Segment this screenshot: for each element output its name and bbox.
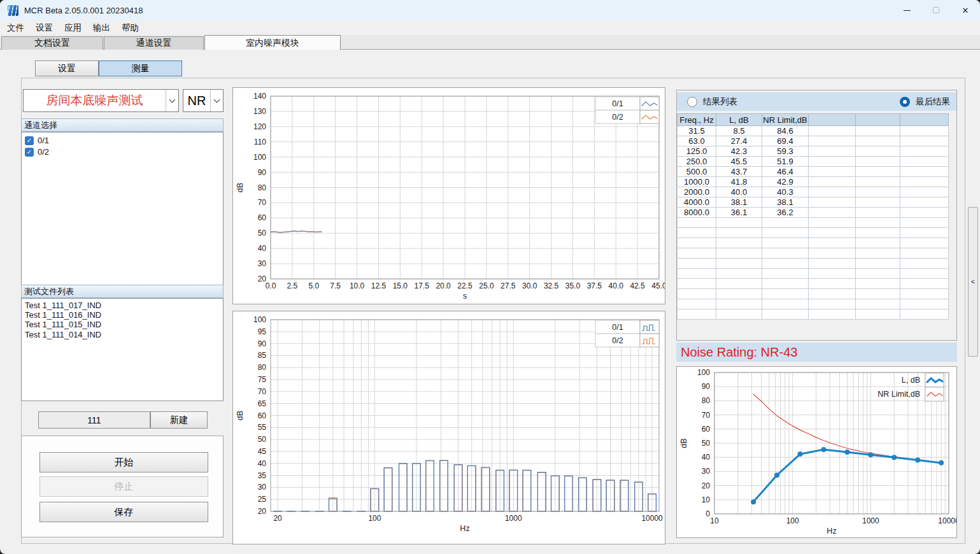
menu-item-3[interactable]: 输出 [87,21,116,35]
table-cell [900,157,949,167]
tab-settings[interactable]: 设置 [35,60,99,76]
table-cell [900,299,949,309]
save-button[interactable]: 保存 [39,502,208,522]
test-type-select[interactable]: 房间本底噪声测试 [23,89,179,112]
table-row [678,238,949,248]
main-tab-1[interactable]: 通道设置 [104,36,204,50]
svg-text:0/1: 0/1 [612,99,623,108]
svg-text:32.5: 32.5 [544,281,559,290]
menu-item-4[interactable]: 帮助 [116,21,145,35]
main-tab-0[interactable]: 文档设置 [1,36,103,50]
results-panel: 结果列表 最后结果 Freq., HzL, dBNR Limit,dB 31.5… [676,90,957,341]
file-list-item[interactable]: Test 1_111_014_IND [25,330,223,339]
result-list-radio[interactable]: 结果列表 [687,96,737,108]
svg-text:120: 120 [253,122,266,131]
svg-text:27.5: 27.5 [501,281,516,290]
menu-item-1[interactable]: 设置 [30,21,59,35]
svg-text:85: 85 [258,351,267,360]
minimize-button[interactable] [892,0,921,20]
table-row [678,259,949,269]
svg-text:45: 45 [258,447,267,456]
svg-text:55: 55 [258,423,267,432]
svg-text:NR Limit,dB: NR Limit,dB [877,390,920,399]
time-history-chart-panel: 20304050607080901001101201301400.02.55.0… [232,87,665,304]
table-row [678,279,949,289]
channel-row-0[interactable]: ✓0/1 [25,135,223,146]
table-cell [809,279,856,289]
maximize-button[interactable] [921,0,951,20]
menu-item-2[interactable]: 应用 [59,21,87,35]
stop-button[interactable]: 停止 [39,476,208,497]
table-cell [856,299,900,309]
svg-text:22.5: 22.5 [457,281,472,290]
table-row: 8000.036.136.2 [678,208,949,218]
table-cell [809,157,856,167]
file-list-item[interactable]: Test 1_111_015_IND [25,320,223,329]
table-cell [716,289,762,299]
file-list-item[interactable]: Test 1_111_017_IND [25,301,223,310]
rating-dropdown-button[interactable] [210,90,223,111]
results-col-header [856,114,900,126]
svg-text:20: 20 [258,507,267,516]
table-cell: 40.0 [716,187,762,197]
svg-text:70: 70 [258,198,267,207]
svg-text:35.0: 35.0 [565,281,581,290]
menu-item-0[interactable]: 文件 [1,21,30,35]
close-button[interactable]: ✕ [951,0,980,20]
channel-label: 0/1 [38,136,49,145]
table-cell [856,228,900,238]
table-cell [762,289,809,299]
rating-select[interactable]: NR [183,89,224,112]
channel-checkbox[interactable]: ✓ [25,136,34,145]
table-cell [809,197,856,208]
svg-text:30: 30 [702,467,711,476]
last-result-radio[interactable]: 最后结果 [900,96,950,108]
table-cell [900,218,949,228]
table-cell [856,126,900,136]
tab-measurement[interactable]: 测量 [99,60,182,76]
start-button[interactable]: 开始 [39,452,208,472]
test-type-dropdown-button[interactable] [166,90,178,111]
table-cell [809,136,856,146]
svg-text:80: 80 [702,396,711,405]
svg-text:100: 100 [697,368,710,377]
new-file-button[interactable]: 新建 [150,411,208,429]
spectrum-svg: 2025303540455055606570758085909510020100… [233,311,665,544]
table-cell [809,299,856,309]
channel-row-1[interactable]: ✓0/2 [25,146,223,157]
nr-curve-chart-panel: 010203040506070809010010100100010000HzdB… [676,366,957,538]
svg-text:30.0: 30.0 [522,281,537,290]
svg-text:70: 70 [258,387,267,396]
collapse-panel-button[interactable]: < [968,207,978,357]
table-cell [716,218,762,228]
table-cell [678,299,716,309]
table-cell [762,218,809,228]
table-cell [809,248,856,259]
svg-text:100: 100 [368,514,381,523]
file-list-item[interactable]: Test 1_111_016_IND [25,310,223,320]
spectrum-chart-panel: 2025303540455055606570758085909510020100… [232,311,665,544]
channel-checkbox[interactable]: ✓ [25,148,34,157]
table-cell: 45.5 [716,157,762,167]
svg-text:dB: dB [679,438,688,448]
svg-text:42.5: 42.5 [630,281,645,290]
rating-value: NR [183,90,210,111]
radio-icon[interactable] [687,97,697,107]
table-row: 1000.041.842.9 [678,177,949,187]
nr-curve-chart: 010203040506070809010010100100010000HzdB… [677,367,956,539]
table-row [678,299,949,309]
table-cell [678,269,716,279]
svg-text:50: 50 [258,435,267,444]
window-controls: ✕ [892,0,980,20]
table-cell [856,248,900,259]
table-cell [809,177,856,187]
main-tab-2[interactable]: 室内噪声模块 [204,35,341,50]
table-cell [856,146,900,157]
window-title: MCR Beta 2.05.0.001 20230418 [24,6,143,15]
time-history-chart: 20304050607080901001101201301400.02.55.0… [233,88,665,306]
radio-icon[interactable] [900,97,910,107]
maximize-icon [933,7,939,13]
table-cell [762,299,809,309]
file-name-input[interactable] [38,411,150,429]
svg-text:95: 95 [258,327,267,336]
